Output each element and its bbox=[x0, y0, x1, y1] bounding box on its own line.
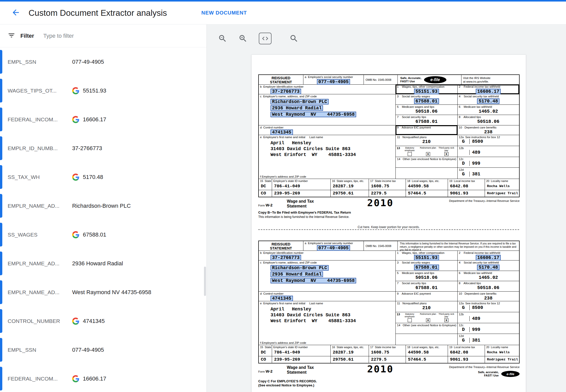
box-14-other: 14 Other (see enclosed Notice to Employe… bbox=[396, 323, 458, 334]
entity-accent-bar bbox=[0, 50, 2, 74]
ss-wages-highlight[interactable]: 67588.01 bbox=[414, 98, 439, 104]
employer-addr1-highlight[interactable]: 2936 Howard Radial bbox=[271, 105, 323, 111]
statutory-checkbox[interactable] bbox=[408, 152, 412, 156]
federal-tax-highlight[interactable]: 16606.17 bbox=[476, 89, 501, 94]
entity-list-item[interactable]: CONTROL_NUMBER 4741345 bbox=[0, 307, 207, 335]
box-12b: 12b 489 bbox=[458, 312, 519, 323]
entity-list-item[interactable]: EMPL_SSN 077-49-4905 bbox=[0, 47, 207, 76]
ein-highlight[interactable]: 37-2766773 bbox=[271, 89, 301, 94]
box-10-dependent-care: 10 Dependent care benefits 238 bbox=[458, 292, 519, 301]
entity-value: 67588.01 bbox=[83, 231, 106, 238]
filter-bar: Filter bbox=[0, 24, 207, 47]
entity-label: FEDERAL_INCOM... bbox=[8, 116, 72, 123]
box-13-checkboxes: 13 Statutory employee Retirement planx T… bbox=[396, 146, 458, 157]
employer-addr2-highlight[interactable]: West Raymond NV 44735-6958 bbox=[271, 112, 356, 117]
search-button[interactable] bbox=[289, 34, 299, 43]
filter-input[interactable] bbox=[43, 33, 199, 39]
entity-value: 5170.48 bbox=[83, 174, 103, 180]
new-document-button[interactable]: NEW DOCUMENT bbox=[201, 10, 247, 16]
ein-highlight[interactable]: 37-2766773 bbox=[271, 255, 301, 260]
box-13-checkboxes: 13 Statutory employee Retirement planx T… bbox=[396, 312, 458, 323]
control-number-highlight[interactable]: 4741345 bbox=[271, 296, 293, 301]
ssn-highlight[interactable]: 077-49-4905 bbox=[317, 79, 350, 85]
zoom-out-button[interactable] bbox=[218, 34, 227, 43]
safe-accurate-block: Safe, Accurate,FAST! Use e-file bbox=[398, 75, 461, 84]
box-e-employee: e Employee's first name and initialLast … bbox=[259, 135, 396, 179]
entity-list-item[interactable]: EMPL_SSN 077-49-4905 bbox=[0, 335, 207, 364]
employer-addr1-highlight[interactable]: 2936 Howard Radial bbox=[271, 271, 323, 277]
entity-value: 16606.17 bbox=[83, 116, 106, 123]
ss-tax-highlight[interactable]: 5170.48 bbox=[477, 265, 499, 270]
tax-year: 2010 bbox=[367, 364, 394, 374]
ss-tax-highlight[interactable]: 5170.48 bbox=[477, 98, 499, 104]
entity-list-item[interactable]: WAGES_TIPS_OT... 55151.93 bbox=[0, 76, 207, 105]
entity-accent-bar bbox=[0, 367, 2, 390]
ssn-highlight[interactable]: 077-49-4905 bbox=[317, 245, 350, 251]
treasury-dept-label: Department of the Treasury--Internal Rev… bbox=[449, 365, 520, 369]
control-number-highlight[interactable]: 4741345 bbox=[271, 129, 293, 135]
tax-year: 2010 bbox=[367, 198, 394, 207]
cut-here-label: Cut here. Keep lower portion for your re… bbox=[258, 225, 519, 229]
entity-accent-bar bbox=[0, 338, 2, 362]
box-5-medicare-wages: 5 Medicare wages and tips 50518.06 bbox=[396, 105, 458, 115]
ss-wages-highlight[interactable]: 67588.01 bbox=[414, 265, 439, 270]
box-c-employer: c Employer's name, address, and ZIP code… bbox=[259, 260, 396, 291]
employer-name-highlight[interactable]: Richardson-Brown PLC bbox=[271, 265, 329, 271]
entity-list-item[interactable]: EMPLR_NAME_AD... West Raymond NV 44735-6… bbox=[0, 278, 207, 307]
wages-highlight[interactable]: 55151.93 bbox=[414, 255, 439, 260]
entity-label: EMPLR_NAME_AD... bbox=[8, 203, 72, 209]
efile-logo: e-file bbox=[424, 76, 446, 83]
box-12c: 12c D999 bbox=[458, 157, 519, 168]
statutory-checkbox[interactable] bbox=[408, 318, 412, 322]
wages-highlight[interactable]: 55151.93 bbox=[414, 89, 439, 94]
omb-number: OMB No. 1545-0008 bbox=[364, 75, 398, 84]
zoom-in-button[interactable] bbox=[238, 34, 248, 43]
document-page: REISSUEDSTATEMENT a Employee's social se… bbox=[251, 55, 526, 392]
retirement-checkbox[interactable]: x bbox=[426, 152, 430, 156]
arrow-back-icon bbox=[11, 8, 20, 17]
box-d-control: d Control number 4741345 bbox=[259, 292, 396, 301]
retirement-checkbox[interactable]: x bbox=[426, 318, 430, 322]
entity-accent-bar bbox=[0, 165, 2, 189]
page-title: Custom Document Extractor analysis bbox=[29, 8, 167, 18]
box-3-ss-wages: 3 Social security wages 67588.01 bbox=[396, 94, 458, 104]
box-12a: 12a See instructions for box 12 G8500 bbox=[458, 135, 519, 146]
box-1-wages: 1 Wages, tips, other compensation 55151.… bbox=[396, 85, 458, 94]
entity-value: West Raymond NV 44735-6958 bbox=[72, 289, 151, 296]
fit-to-width-button[interactable] bbox=[259, 33, 272, 44]
reissued-statement: REISSUEDSTATEMENT bbox=[259, 241, 303, 251]
entity-label: EMPL_SSN bbox=[8, 59, 72, 65]
google-icon bbox=[72, 87, 79, 94]
efile-logo: e-file bbox=[501, 371, 520, 377]
fit-to-width-icon bbox=[262, 35, 269, 42]
entity-label: EMPLR_ID_NUMB... bbox=[8, 145, 72, 151]
entity-list-item[interactable]: SS_TAX_WH 5170.48 bbox=[0, 163, 207, 191]
entity-list-item[interactable]: EMPLR_NAME_AD... 2936 Howard Radial bbox=[0, 249, 207, 278]
zoom-in-icon bbox=[238, 34, 248, 43]
employer-addr2-highlight[interactable]: West Raymond NV 44735-6958 bbox=[271, 278, 356, 283]
third-party-checkbox[interactable]: x bbox=[444, 152, 448, 156]
box-11-nonqualified: 11 Nonqualified plans 210 bbox=[396, 135, 458, 146]
box-12b: 12b 489 bbox=[458, 146, 519, 157]
entity-list-item[interactable]: EMPLR_NAME_AD... Richardson-Brown PLC bbox=[0, 191, 207, 220]
filter-label: Filter bbox=[20, 33, 34, 39]
back-button[interactable] bbox=[10, 7, 22, 19]
box-12a: 12a See instructions for box 12 G8500 bbox=[458, 301, 519, 312]
entity-list-item[interactable]: SS_WAGES 67588.01 bbox=[0, 220, 207, 249]
entity-accent-bar bbox=[0, 280, 2, 304]
third-party-checkbox[interactable]: x bbox=[444, 318, 448, 322]
entity-list-item[interactable]: FEDERAL_INCOM... 16606.17 bbox=[0, 105, 207, 134]
google-icon bbox=[72, 116, 79, 123]
box-f-label: f Employee's address and ZIP code bbox=[260, 341, 306, 344]
entity-list-item[interactable]: EMPLR_ID_NUMB... 37-2766773 bbox=[0, 134, 207, 163]
employer-name-highlight[interactable]: Richardson-Brown PLC bbox=[271, 99, 329, 104]
irs-website-note: Visit the IRS Websiteat www.irs.gov/efil… bbox=[461, 75, 519, 84]
scrollbar-thumb[interactable] bbox=[204, 267, 206, 296]
box-6-medicare-tax: 6 Medicare tax withheld 1465.02 bbox=[458, 105, 519, 115]
copy-c-notice: This information is being furnished to t… bbox=[398, 241, 519, 251]
form-title: Wage and TaxStatement bbox=[287, 199, 338, 208]
box-b-ein: b Employer identification number 37-2766… bbox=[259, 251, 396, 260]
federal-tax-highlight[interactable]: 16606.17 bbox=[476, 255, 501, 260]
entity-accent-bar bbox=[0, 309, 2, 333]
entity-list-item[interactable]: FEDERAL_INCOM... 16606.17 bbox=[0, 364, 207, 392]
